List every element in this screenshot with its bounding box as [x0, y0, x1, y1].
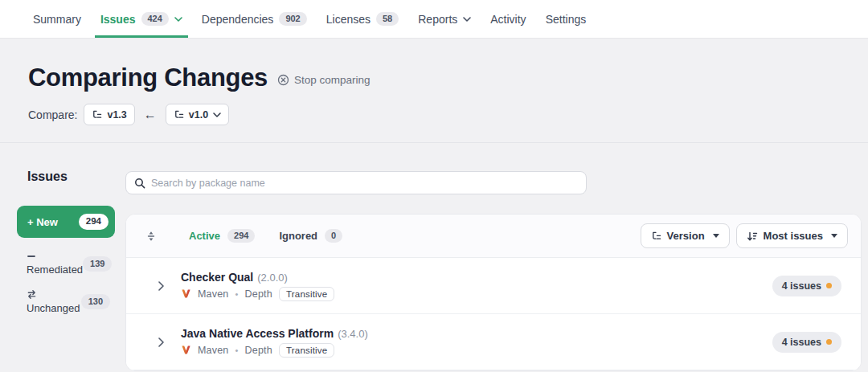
depth-label: Depth	[245, 288, 272, 300]
sidebar-item-label: Remediated	[27, 264, 83, 276]
tab-label: Settings	[546, 13, 587, 26]
issues-sidebar: Issues + New 294 Remediated 139 Unchange…	[0, 143, 125, 314]
remediated-count-badge: 139	[83, 256, 112, 272]
sidebar-title: Issues	[27, 170, 125, 184]
tab-label: Activity	[490, 13, 526, 26]
compare-row: Compare: v1.3 ← v1.0	[28, 104, 868, 125]
tab-licenses[interactable]: Licenses 58	[326, 0, 399, 38]
minus-icon	[27, 251, 83, 261]
version-label: v1.3	[107, 109, 126, 121]
dropdown-triangle-icon	[713, 234, 719, 238]
chevron-down-icon	[174, 17, 182, 22]
compare-from-version-button[interactable]: v1.3	[84, 104, 134, 125]
status-tabs: Active 294 Ignored 0	[189, 229, 342, 243]
chevron-right-icon[interactable]	[158, 281, 164, 291]
sidebar-item-label: Unchanged	[27, 302, 80, 314]
tab-label: Issues	[100, 13, 136, 26]
search-icon	[134, 178, 145, 189]
stop-comparing-button[interactable]: Stop comparing	[277, 74, 371, 86]
version-label: v1.0	[189, 109, 208, 121]
top-nav: Summary Issues 424 Dependencies 902 Lice…	[0, 0, 868, 39]
tab-dependencies[interactable]: Dependencies 902	[202, 0, 307, 38]
unchanged-count-badge: 130	[81, 294, 110, 309]
licenses-count-badge: 58	[376, 12, 399, 26]
depth-label: Depth	[245, 345, 272, 356]
issues-count-label: 4 issues	[782, 280, 821, 292]
warning-dot-icon	[826, 283, 832, 288]
chevron-right-icon[interactable]	[158, 337, 164, 347]
list-tree-icon	[651, 231, 661, 241]
swap-arrows-icon	[27, 289, 80, 300]
sort-controls: Version Most issues	[641, 223, 848, 248]
dependencies-count-badge: 902	[279, 12, 306, 26]
sidebar-item-unchanged[interactable]: Unchanged 130	[27, 289, 110, 314]
package-meta: Maven • Depth Transitive	[181, 343, 368, 358]
ecosystem-label: Maven	[198, 345, 229, 356]
transitive-badge: Transitive	[279, 287, 334, 301]
package-name: Java Native Access Platform(3.4.0)	[181, 327, 368, 340]
compare-label: Compare:	[28, 108, 77, 121]
issues-count-pill: 4 issues	[772, 332, 841, 353]
tab-active-issues[interactable]: Active 294	[189, 229, 255, 243]
package-search	[125, 171, 587, 194]
ignored-count-badge: 0	[325, 229, 342, 243]
circle-x-icon	[277, 74, 289, 86]
new-label: + New	[27, 216, 58, 228]
app-window: Summary Issues 424 Dependencies 902 Lice…	[0, 0, 868, 372]
list-tree-icon	[174, 109, 184, 120]
tab-label: Active	[189, 230, 220, 242]
page-title: Comparing Changes	[28, 63, 268, 93]
panel-toolbar: Active 294 Ignored 0 Version	[126, 215, 861, 258]
package-meta: Maven • Depth Transitive	[181, 287, 334, 301]
tab-label: Ignored	[279, 230, 317, 242]
chevron-down-icon	[463, 17, 471, 22]
dropdown-triangle-icon	[831, 234, 837, 238]
package-row[interactable]: Java Native Access Platform(3.4.0) Maven…	[126, 314, 861, 370]
content-area: Issues + New 294 Remediated 139 Unchange…	[0, 143, 868, 371]
chevron-down-icon	[213, 112, 221, 117]
tab-summary[interactable]: Summary	[33, 0, 81, 38]
tab-ignored-issues[interactable]: Ignored 0	[279, 229, 342, 243]
version-filter-button[interactable]: Version	[641, 223, 730, 248]
sidebar-item-new[interactable]: + New 294	[17, 206, 115, 238]
dot-separator: •	[235, 289, 239, 299]
sort-desc-icon	[747, 231, 758, 242]
active-count-badge: 294	[227, 229, 255, 243]
tab-label: Reports	[418, 13, 457, 26]
new-count-badge: 294	[79, 214, 108, 230]
package-version: (2.0.0)	[257, 272, 288, 284]
tab-issues[interactable]: Issues 424	[100, 0, 182, 38]
tab-settings[interactable]: Settings	[546, 0, 587, 38]
tab-label: Licenses	[326, 13, 371, 26]
package-version: (3.4.0)	[338, 328, 368, 340]
list-tree-icon	[92, 109, 102, 120]
maven-icon	[181, 345, 191, 355]
compare-to-version-button[interactable]: v1.0	[166, 104, 229, 125]
issues-count-label: 4 issues	[782, 337, 821, 348]
package-name: Checker Qual(2.0.0)	[181, 271, 334, 284]
transitive-badge: Transitive	[279, 343, 334, 358]
page-header: Comparing Changes Stop comparing Compare…	[0, 39, 868, 143]
button-label: Most issues	[764, 230, 823, 242]
maven-icon	[181, 288, 191, 299]
left-arrow-icon: ←	[144, 108, 157, 122]
issues-count-pill: 4 issues	[772, 276, 841, 296]
tab-reports[interactable]: Reports	[418, 0, 471, 38]
button-label: Version	[667, 230, 705, 242]
unfold-vertical-icon[interactable]	[145, 231, 157, 242]
sidebar-item-remediated[interactable]: Remediated 139	[27, 251, 110, 276]
package-row[interactable]: Checker Qual(2.0.0) Maven • Depth Transi…	[126, 258, 861, 314]
search-input[interactable]	[151, 178, 578, 189]
issues-count-badge: 424	[141, 12, 169, 26]
tab-label: Dependencies	[202, 13, 274, 26]
sort-most-issues-button[interactable]: Most issues	[736, 223, 848, 248]
tab-label: Summary	[33, 13, 81, 26]
warning-dot-icon	[826, 339, 832, 345]
issues-panel: Active 294 Ignored 0 Version	[125, 214, 862, 371]
issues-main: Active 294 Ignored 0 Version	[125, 143, 862, 371]
tab-activity[interactable]: Activity	[490, 0, 526, 38]
ecosystem-label: Maven	[198, 288, 229, 300]
stop-comparing-label: Stop comparing	[294, 74, 371, 86]
dot-separator: •	[235, 345, 239, 355]
